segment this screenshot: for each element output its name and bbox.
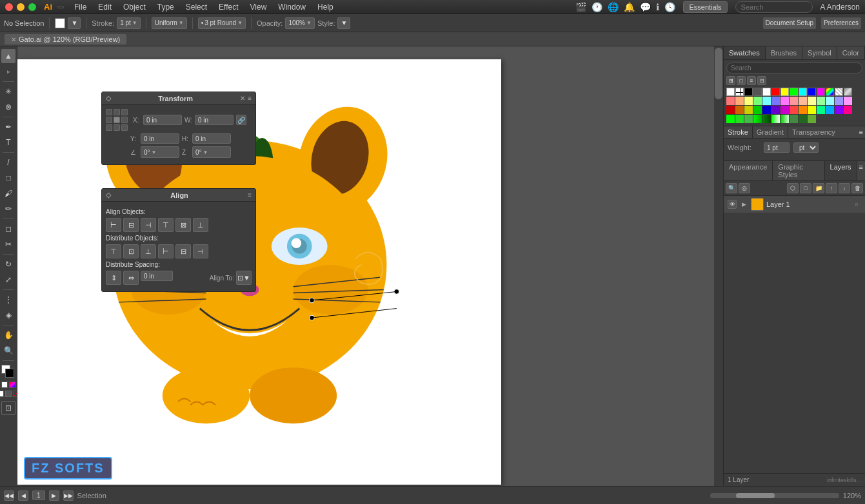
fill-color[interactable] [55,18,65,28]
sw[interactable] [808,97,816,105]
sw[interactable] [835,97,843,105]
anchor-mr[interactable] [121,117,128,123]
lasso-tool[interactable]: ⊗ [1,100,15,114]
tab-brushes[interactable]: Brushes [766,46,802,59]
stroke-toggle[interactable] [5,391,12,397]
anchor-bl[interactable] [106,124,112,131]
swatch-black[interactable] [744,88,753,96]
sw[interactable] [726,106,735,114]
layers-delete[interactable]: 🗑 [851,183,863,193]
sw[interactable] [753,97,762,105]
stroke-value-dropdown[interactable]: 1 pt▼ [117,17,141,29]
preferences-button[interactable]: Preferences [821,17,861,29]
anchor-br[interactable] [121,124,128,131]
sw[interactable] [762,97,771,105]
dist-center-v[interactable]: ⊡ [123,244,139,258]
sw[interactable] [744,106,753,114]
gradient-tool[interactable]: ◈ [1,308,15,322]
search-input[interactable] [735,1,813,13]
tab-layers[interactable]: Layers [825,161,857,180]
sw[interactable] [780,106,789,114]
anchor-bc[interactable] [114,124,120,131]
sw[interactable] [844,106,852,114]
anchor-mc[interactable] [114,117,120,123]
magic-wand-tool[interactable]: ✳ [1,84,15,99]
align-collapse-icon[interactable]: ◇ [106,191,111,199]
gradient-swatch[interactable] [9,382,15,388]
x-input[interactable] [143,115,182,125]
align-panel-header[interactable]: ◇ Align ≡ [102,189,255,202]
tab-appearance[interactable]: Appearance [724,161,773,180]
spacing-input[interactable] [141,271,173,281]
document-setup-button[interactable]: Document Setup [763,17,817,29]
menu-type[interactable]: Type [157,3,174,12]
dist-space-v[interactable]: ⇕ [106,271,121,285]
align-center-h[interactable]: ⊟ [123,218,139,232]
sw[interactable] [744,115,753,123]
menu-view[interactable]: View [250,3,267,12]
swatch-none[interactable] [726,88,735,96]
tab-stroke[interactable]: Stroke [724,126,753,138]
dist-left[interactable]: ⊢ [158,244,174,258]
menu-edit[interactable]: Edit [98,3,112,12]
sw[interactable] [835,106,843,114]
pencil-tool[interactable]: ✏ [1,202,15,216]
swatch-gradient[interactable] [844,88,852,96]
align-menu-icon[interactable]: ≡ [248,191,252,199]
h-scrollbar-thumb[interactable] [736,493,775,498]
sw[interactable] [808,115,816,123]
close-button[interactable] [5,3,13,11]
sw[interactable] [735,97,744,105]
swatch-cyan[interactable] [799,88,807,96]
rotate-tool[interactable]: ↻ [1,257,15,271]
menu-object[interactable]: Object [123,3,146,12]
sw[interactable] [790,97,798,105]
workspace-dropdown[interactable]: Essentials [683,1,727,13]
nav-prev[interactable]: ◀ [18,490,28,501]
layers-folder[interactable]: 📁 [813,183,824,193]
white-swatch[interactable] [1,382,8,388]
round-dropdown[interactable]: • 3 pt Round▼ [198,17,246,29]
transform-menu-icon[interactable]: ≡ [248,95,252,102]
direct-selection-tool[interactable]: ▹ [1,64,15,79]
tab-close-icon[interactable]: ✕ [11,36,16,43]
style-dropdown[interactable]: ▼ [337,17,350,29]
swatch-col-mode[interactable]: ≡ [747,76,756,85]
anchor-tc[interactable] [114,109,120,115]
layers-new-sub[interactable]: ⬡ [787,183,799,193]
sw[interactable] [762,106,771,114]
vertical-scrollbar[interactable] [714,46,723,486]
maximize-button[interactable] [28,3,36,11]
selection-tool[interactable]: ▲ [1,49,15,63]
swatch-new-group[interactable]: □ [737,76,746,85]
fill-toggle[interactable] [0,391,4,397]
anchor-tr[interactable] [121,109,128,115]
align-center-v[interactable]: ⊠ [175,218,191,232]
sw[interactable] [762,115,771,123]
swatch-row-mode[interactable]: ⊟ [757,76,766,85]
minimize-button[interactable] [17,3,25,11]
hand-tool[interactable]: ✋ [1,328,15,342]
layer-expand-icon[interactable]: ▶ [739,200,748,209]
sw[interactable] [826,106,834,114]
align-right[interactable]: ⊣ [141,218,156,232]
anchor-tl[interactable] [106,109,112,115]
layers-up[interactable]: ↑ [826,183,837,193]
scrollbar-thumb[interactable] [715,48,722,99]
zoom-tool[interactable]: 🔍 [1,344,15,358]
tab-symbol[interactable]: Symbol [802,46,837,59]
sw[interactable] [780,115,789,123]
sw[interactable] [799,106,807,114]
stroke-options-icon[interactable]: ≡ [857,126,865,138]
scale-tool[interactable]: ⤢ [1,273,15,287]
tab-swatches[interactable]: Swatches [724,46,766,59]
pen-tool[interactable]: ✒ [1,120,15,134]
sw[interactable] [771,115,780,123]
transform-collapse-icon[interactable]: ◇ [106,94,111,102]
align-left[interactable]: ⊢ [106,218,121,232]
link-proportions[interactable]: 🔗 [236,115,246,125]
layers-new-layer[interactable]: □ [800,183,811,193]
sw[interactable] [771,97,780,105]
document-tab[interactable]: ✕ Gato.ai @ 120% (RGB/Preview) [4,34,127,44]
transform-close-icon[interactable]: ✕ [240,95,245,102]
